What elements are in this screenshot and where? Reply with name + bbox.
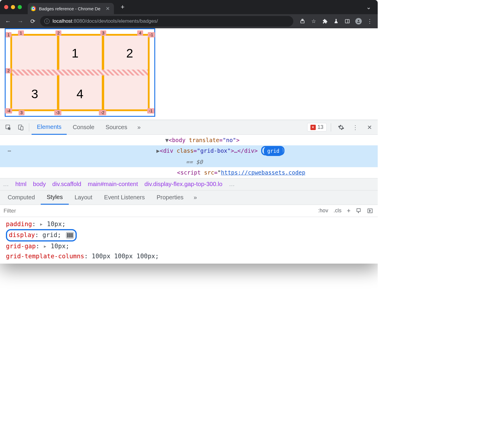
svg-rect-5 bbox=[21, 126, 23, 130]
tab-event-listeners[interactable]: Event Listeners bbox=[98, 190, 151, 205]
styles-format-icon[interactable] bbox=[354, 207, 364, 215]
site-info-icon[interactable]: i bbox=[44, 19, 50, 24]
grid-editor-icon[interactable] bbox=[66, 232, 74, 239]
crumb-item[interactable]: body bbox=[33, 181, 46, 188]
error-count: 13 bbox=[318, 124, 323, 130]
device-toggle-icon[interactable] bbox=[15, 121, 27, 133]
crumb-item[interactable]: div.display-flex.gap-top-300.lo bbox=[144, 181, 222, 188]
tabs-dropdown-icon[interactable]: ⌄ bbox=[364, 2, 374, 12]
back-button[interactable]: ← bbox=[3, 16, 13, 26]
grid-badge[interactable]: grid bbox=[264, 146, 283, 156]
grid-line-label: 4 bbox=[137, 30, 143, 36]
grid-cell: 3 bbox=[12, 76, 57, 112]
grid-line-label: -3 bbox=[54, 110, 61, 115]
share-icon[interactable] bbox=[297, 16, 307, 26]
error-x-icon: ✕ bbox=[310, 125, 316, 130]
devtools-panel: Elements Console Sources » ✕ 13 ⋮ ✕ ▼<bo… bbox=[0, 120, 378, 264]
crumb-overflow-left[interactable]: … bbox=[3, 181, 9, 188]
grid-line-label: 3 bbox=[19, 110, 24, 115]
address-bar[interactable]: i localhost:8080/docs/devtools/elements/… bbox=[40, 16, 293, 27]
tab-computed[interactable]: Computed bbox=[2, 190, 41, 205]
chrome-favicon-icon bbox=[31, 6, 36, 11]
styles-panel-tabs: Computed Styles Layout Event Listeners P… bbox=[0, 190, 378, 205]
url-port: :8080 bbox=[72, 18, 85, 24]
dom-expand-dots[interactable]: ⋯ bbox=[3, 146, 16, 155]
dom-tag: <body bbox=[168, 137, 189, 143]
window-controls bbox=[4, 5, 22, 9]
maximize-window-button[interactable] bbox=[18, 5, 22, 9]
script-src-link[interactable]: https://cpwebassets.codep bbox=[221, 169, 305, 176]
add-rule-icon[interactable]: + bbox=[344, 206, 353, 216]
tab-layout[interactable]: Layout bbox=[69, 190, 98, 205]
browser-tab[interactable]: Badges reference - Chrome De ✕ bbox=[28, 3, 114, 14]
styles-filter-row: :hov .cls + bbox=[0, 205, 378, 217]
url-path: /docs/devtools/elements/badges/ bbox=[85, 18, 158, 24]
grid-badge-highlight: grid bbox=[261, 146, 284, 155]
svg-point-2 bbox=[358, 20, 359, 21]
profile-avatar[interactable] bbox=[354, 16, 364, 26]
minimize-window-button[interactable] bbox=[11, 5, 15, 9]
dom-tree[interactable]: ▼<body translate="no"> ⋯ ▶<div class="gr… bbox=[0, 135, 378, 178]
grid-inspect-overlay: 1 2 3 4 1 1 2 3 4 -1 2 -4 3 -3 -2 bbox=[5, 28, 155, 117]
devtools-close-icon[interactable]: ✕ bbox=[364, 121, 375, 133]
grid-cell: 1 bbox=[12, 36, 112, 71]
sidepanel-icon[interactable] bbox=[342, 16, 352, 26]
display-grid-highlight: display: grid; bbox=[6, 229, 77, 241]
grid-line-label: 1 bbox=[6, 32, 12, 37]
extensions-icon[interactable] bbox=[320, 16, 330, 26]
grid-line-label: -1 bbox=[147, 108, 154, 114]
url-host: localhost bbox=[53, 18, 72, 24]
tab-title: Badges reference - Chrome De bbox=[39, 6, 100, 11]
crumb-item[interactable]: main#main-content bbox=[88, 181, 138, 188]
more-tabs-icon[interactable]: » bbox=[133, 121, 145, 133]
devtools-menu-icon[interactable]: ⋮ bbox=[349, 121, 361, 133]
settings-gear-icon[interactable] bbox=[335, 121, 347, 133]
devtools-tabs: Elements Console Sources » ✕ 13 ⋮ ✕ bbox=[0, 120, 378, 135]
hov-toggle[interactable]: :hov bbox=[316, 206, 330, 215]
grid-line-label: -4 bbox=[5, 108, 12, 114]
crumb-item[interactable]: html bbox=[15, 181, 27, 188]
crumb-overflow-right[interactable]: … bbox=[229, 181, 235, 188]
grid-line-label: 2 bbox=[55, 30, 61, 36]
grid-line-label: 1 bbox=[18, 30, 24, 36]
grid-line-label: 2 bbox=[6, 68, 12, 73]
grid-line-label: 3 bbox=[100, 30, 106, 36]
tab-elements[interactable]: Elements bbox=[32, 120, 67, 135]
error-count-badge[interactable]: ✕ 13 bbox=[307, 123, 327, 132]
svg-rect-0 bbox=[345, 19, 349, 23]
svg-rect-6 bbox=[357, 208, 360, 211]
new-tab-button[interactable]: + bbox=[118, 3, 127, 11]
styles-more-tabs-icon[interactable]: » bbox=[189, 192, 201, 203]
css-rules[interactable]: padding: ▸ 10px; display: grid; grid-gap… bbox=[0, 217, 378, 264]
dom-breadcrumbs[interactable]: … html body div.scaffold main#main-conte… bbox=[0, 178, 378, 190]
tab-close-icon[interactable]: ✕ bbox=[106, 6, 110, 12]
title-bar: Badges reference - Chrome De ✕ + ⌄ bbox=[0, 0, 378, 14]
browser-menu-icon[interactable]: ⋮ bbox=[365, 16, 375, 26]
tab-console[interactable]: Console bbox=[67, 120, 99, 135]
console-reference: == $0 bbox=[186, 159, 203, 165]
grid-cell: 4 bbox=[57, 76, 102, 112]
close-window-button[interactable] bbox=[4, 5, 8, 9]
tab-sources[interactable]: Sources bbox=[100, 120, 132, 135]
grid-cell: 2 bbox=[112, 36, 148, 71]
grid-line-label: -2 bbox=[99, 110, 106, 115]
styles-filter-input[interactable] bbox=[0, 208, 316, 214]
toolbar: ← → ⟳ i localhost:8080/docs/devtools/ele… bbox=[0, 14, 378, 28]
page-content: 1 2 3 4 1 1 2 3 4 -1 2 -4 3 -3 -2 bbox=[0, 28, 378, 120]
forward-button[interactable]: → bbox=[15, 16, 25, 26]
tab-styles[interactable]: Styles bbox=[41, 190, 68, 205]
reload-button[interactable]: ⟳ bbox=[28, 16, 38, 26]
crumb-item[interactable]: div.scaffold bbox=[52, 181, 81, 188]
labs-icon[interactable] bbox=[331, 16, 341, 26]
cls-toggle[interactable]: .cls bbox=[331, 206, 344, 215]
inspect-element-icon[interactable] bbox=[2, 121, 14, 133]
styles-sidebar-icon[interactable] bbox=[365, 207, 375, 215]
bookmark-star-icon[interactable]: ☆ bbox=[309, 16, 319, 26]
grid-cell bbox=[103, 76, 148, 112]
grid-line-label: -1 bbox=[148, 32, 155, 37]
dom-selected-row[interactable]: ⋯ ▶<div class="grid-box">…</div> grid bbox=[0, 145, 378, 157]
tab-properties[interactable]: Properties bbox=[151, 190, 189, 205]
